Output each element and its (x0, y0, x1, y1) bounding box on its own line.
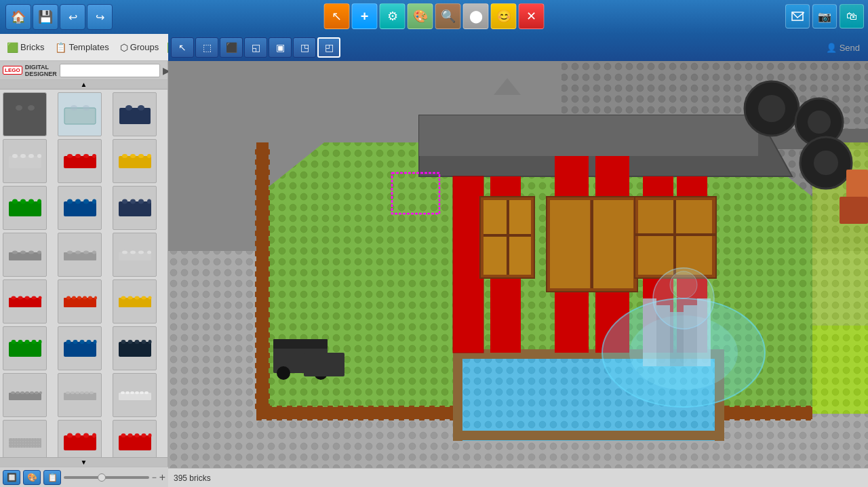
svg-rect-267 (635, 233, 716, 236)
save-button[interactable]: 💾 (33, 4, 58, 30)
select3-button[interactable]: ◱ (244, 37, 267, 58)
bag-button[interactable]: 🛍 (840, 4, 864, 28)
brick-item[interactable] (113, 92, 157, 136)
select-mode-button[interactable]: ↖ (171, 37, 194, 58)
svg-rect-233 (755, 406, 760, 421)
svg-rect-160 (255, 180, 270, 185)
brick-item[interactable] (3, 326, 47, 370)
select4-button[interactable]: ▣ (269, 37, 292, 58)
svg-point-80 (66, 340, 71, 344)
scroll-down-button[interactable]: ▼ (0, 457, 167, 467)
svg-point-58 (31, 296, 36, 299)
svg-rect-184 (256, 406, 262, 421)
brick-item[interactable] (113, 186, 157, 230)
svg-rect-230 (724, 406, 730, 421)
svg-point-12 (28, 154, 34, 158)
brick-item[interactable] (113, 139, 157, 183)
svg-point-48 (92, 250, 96, 254)
zoom-max-icon[interactable]: + (159, 471, 165, 484)
select-tool-button[interactable]: ↖ (324, 3, 350, 29)
brick-item[interactable] (58, 279, 102, 324)
zoom-slider[interactable] (64, 476, 149, 479)
svg-rect-265 (675, 200, 712, 275)
brick-item[interactable] (3, 139, 47, 183)
svg-rect-190 (317, 406, 323, 421)
brick-item[interactable] (58, 92, 102, 136)
svg-rect-171 (255, 292, 270, 297)
main-viewport[interactable] (168, 61, 868, 468)
svg-rect-243 (453, 431, 724, 440)
brick-item[interactable] (113, 233, 157, 277)
brick-item[interactable] (58, 139, 102, 183)
svg-rect-73 (9, 342, 41, 357)
svg-rect-6 (119, 108, 151, 124)
svg-point-35 (122, 199, 127, 204)
svg-point-124 (134, 433, 139, 437)
scroll-up-button[interactable]: ▲ (0, 80, 167, 90)
box-select-button[interactable]: ⬚ (195, 37, 218, 58)
brick-item[interactable] (3, 373, 47, 417)
svg-rect-158 (255, 159, 270, 165)
lasso-button[interactable]: ⬛ (220, 37, 243, 58)
select5-button[interactable]: ◳ (293, 37, 316, 58)
bricks-icon: 🟩 (7, 42, 18, 53)
brick-item[interactable] (58, 420, 102, 457)
zoom-handle[interactable] (98, 473, 106, 482)
svg-point-101 (71, 391, 75, 394)
nav-templates[interactable]: 📋 Templates (52, 41, 111, 54)
svg-point-38 (147, 199, 151, 204)
brick-item[interactable] (58, 373, 102, 417)
nav-groups[interactable]: ⬡ Groups (117, 41, 162, 54)
svg-rect-231 (734, 406, 740, 421)
delete-button[interactable]: ✕ (519, 3, 545, 29)
bricks-label: Bricks (20, 42, 44, 52)
brick-item[interactable] (58, 326, 102, 370)
svg-point-125 (141, 433, 146, 437)
brick-item[interactable] (58, 186, 102, 230)
select6-button[interactable]: ◰ (317, 37, 340, 58)
color-button[interactable]: 🎨 (23, 470, 41, 485)
brick-list-button[interactable]: 📋 (43, 470, 61, 485)
svg-rect-79 (64, 342, 96, 357)
brick-item[interactable] (113, 373, 157, 417)
view-mode-button[interactable] (785, 4, 810, 28)
home-button[interactable]: 🏠 (5, 4, 31, 30)
brick-item[interactable] (3, 233, 47, 277)
brick-item[interactable] (3, 186, 47, 230)
svg-point-53 (147, 250, 151, 254)
view-button[interactable]: 🔲 (3, 470, 20, 485)
add-brick-button[interactable]: + (352, 3, 378, 29)
svg-rect-164 (255, 220, 270, 226)
svg-point-28 (37, 199, 41, 204)
brick-item[interactable] (113, 326, 157, 370)
send-button[interactable]: 👤 Send (826, 43, 865, 53)
brick-item[interactable] (113, 420, 157, 457)
round-button[interactable]: ⬤ (463, 3, 489, 29)
camera-button[interactable]: 📷 (812, 4, 837, 28)
svg-point-96 (30, 391, 34, 394)
svg-rect-179 (255, 373, 270, 378)
svg-rect-169 (255, 271, 270, 277)
brick-item[interactable] (58, 233, 102, 277)
character-button[interactable]: 😊 (491, 3, 517, 29)
search-input[interactable] (60, 64, 160, 77)
nav-bricks[interactable]: 🟩 Bricks (4, 41, 47, 54)
svg-rect-34 (119, 201, 151, 216)
brick-item[interactable] (3, 92, 47, 136)
svg-point-87 (127, 340, 132, 344)
svg-rect-200 (419, 406, 425, 421)
paint-button[interactable]: 🎨 (408, 3, 433, 29)
svg-point-287 (814, 151, 838, 175)
svg-point-68 (121, 296, 125, 299)
brick-item[interactable] (3, 279, 47, 324)
groups-icon: ⬡ (120, 42, 128, 53)
brick-item[interactable] (113, 279, 157, 324)
undo-button[interactable]: ↩ (60, 4, 85, 30)
find-button[interactable]: 🔍 (435, 3, 461, 29)
svg-rect-290 (304, 353, 344, 376)
connect-button[interactable]: ⚙ (380, 3, 406, 29)
svg-point-8 (138, 105, 144, 111)
svg-rect-172 (255, 302, 270, 307)
redo-button[interactable]: ↪ (87, 4, 113, 30)
brick-item[interactable] (3, 420, 47, 457)
